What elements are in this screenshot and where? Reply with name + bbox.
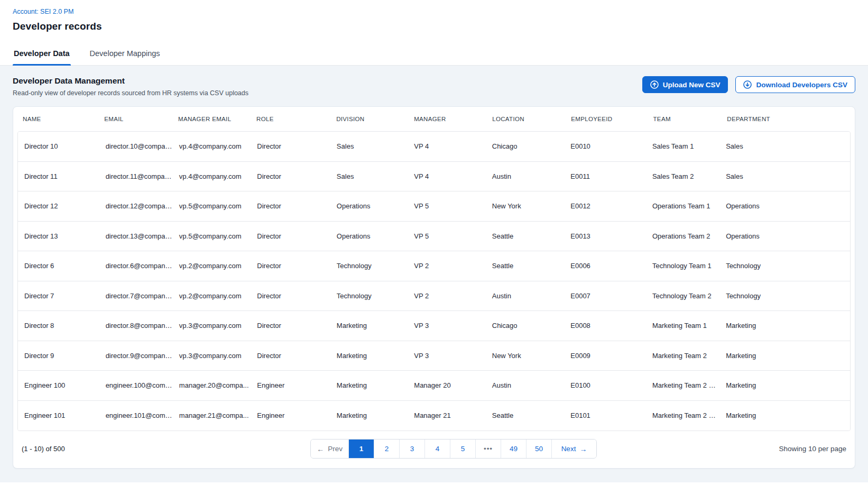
table-cell: Seattle — [491, 411, 570, 419]
table-cell: Technology — [725, 292, 845, 300]
table-row[interactable]: Engineer 100engineer.100@comp...manager.… — [18, 371, 850, 401]
table-cell: engineer.101@comp... — [105, 411, 178, 419]
upload-new-csv-button[interactable]: Upload New CSV — [642, 76, 728, 93]
table-cell: Sales — [725, 142, 845, 150]
pagination-page-3[interactable]: 3 — [400, 440, 425, 458]
column-header: MANAGER EMAIL — [177, 116, 255, 122]
table-row[interactable]: Engineer 101engineer.101@comp...manager.… — [18, 401, 850, 431]
table-cell: director.11@compan... — [105, 172, 178, 180]
table-cell: Director — [256, 262, 336, 270]
column-header: ROLE — [255, 116, 335, 122]
table-cell: Chicago — [491, 322, 570, 330]
column-header: TEAM — [652, 116, 726, 122]
table-cell: Austin — [491, 172, 570, 180]
pagination-page-1[interactable]: 1 — [349, 440, 374, 458]
table-cell: VP 3 — [413, 322, 491, 330]
table-cell: vp.2@company.com — [178, 292, 256, 300]
tab-developer-mappings[interactable]: Developer Mappings — [89, 44, 161, 65]
table-cell: VP 2 — [413, 262, 491, 270]
account-link[interactable]: Account: SEI 2.0 PM — [13, 8, 73, 15]
pagination-page-4[interactable]: 4 — [425, 440, 450, 458]
table-cell: Director — [256, 172, 336, 180]
table-row[interactable]: Director 13director.13@compan...vp.5@com… — [18, 222, 850, 252]
table-row[interactable]: Director 9director.9@company....vp.3@com… — [18, 341, 850, 371]
pagination-page-2[interactable]: 2 — [374, 440, 400, 458]
developer-table: NAMEEMAILMANAGER EMAILROLEDIVISIONMANAGE… — [13, 106, 855, 469]
table-cell: E0101 — [569, 411, 651, 419]
table-cell: Seattle — [491, 262, 570, 270]
column-header: LOCATION — [491, 116, 570, 122]
table-cell: VP 3 — [413, 352, 491, 360]
column-header: MANAGER — [413, 116, 491, 122]
table-row[interactable]: Director 10director.10@compan...vp.4@com… — [18, 132, 850, 162]
table-cell: Director 12 — [23, 202, 105, 210]
table-cell: manager.20@compa... — [178, 381, 256, 389]
pagination-page-5[interactable]: 5 — [450, 440, 476, 458]
section-header: Developer Data Management Read-only view… — [13, 76, 855, 97]
table-cell: manager.21@compa... — [178, 411, 256, 419]
table-cell: E0009 — [569, 352, 651, 360]
table-cell: Sales — [336, 172, 413, 180]
table-cell: Marketing — [725, 381, 845, 389]
tab-developer-data[interactable]: Developer Data — [13, 44, 71, 65]
table-cell: Technology — [336, 262, 413, 270]
table-cell: E0100 — [569, 381, 651, 389]
table-cell: Operations — [336, 202, 413, 210]
table-cell: director.7@company.... — [105, 292, 178, 300]
table-row[interactable]: Director 6director.6@company....vp.2@com… — [18, 251, 850, 281]
table-row[interactable]: Director 7director.7@company....vp.2@com… — [18, 281, 850, 312]
upload-button-label: Upload New CSV — [663, 81, 721, 89]
table-cell: E0007 — [569, 292, 651, 300]
table-cell: New York — [491, 202, 570, 210]
download-button-label: Download Developers CSV — [756, 81, 847, 89]
table-cell: Director — [256, 322, 336, 330]
pagination-page-49[interactable]: 49 — [501, 440, 527, 458]
section-title: Developer Data Management — [13, 76, 248, 86]
table-cell: vp.4@company.com — [178, 172, 256, 180]
pagination: ←Prev12345•••4950Next→ — [310, 439, 597, 459]
table-cell: vp.4@company.com — [178, 142, 256, 150]
column-header: EMPLOYEEID — [570, 116, 652, 122]
section-subtitle: Read-only view of developer records sour… — [13, 89, 248, 97]
table-cell: Director 11 — [23, 172, 105, 180]
per-page-label: Showing 10 per page — [779, 445, 846, 453]
table-cell: vp.3@company.com — [178, 322, 256, 330]
table-cell: E0010 — [569, 142, 651, 150]
section-actions: Upload New CSV Download Developers CSV — [642, 76, 855, 93]
table-cell: vp.5@company.com — [178, 232, 256, 240]
pagination-next-button[interactable]: Next→ — [552, 440, 596, 458]
table-cell: Marketing — [336, 352, 413, 360]
table-cell: Director 7 — [23, 292, 105, 300]
table-cell: Sales — [336, 142, 413, 150]
table-cell: Director 6 — [23, 262, 105, 270]
download-developers-csv-button[interactable]: Download Developers CSV — [735, 76, 855, 93]
prev-arrow-icon: ← — [317, 445, 324, 453]
tab-bar: Developer Data Developer Mappings — [0, 44, 868, 66]
table-cell: Marketing Team 2 Su... — [651, 381, 725, 389]
table-row[interactable]: Director 12director.12@compan...vp.5@com… — [18, 191, 850, 222]
pagination-prev-button[interactable]: ←Prev — [311, 440, 349, 458]
table-cell: E0013 — [569, 232, 651, 240]
table-cell: Marketing Team 1 — [651, 322, 725, 330]
table-header-row: NAMEEMAILMANAGER EMAILROLEDIVISIONMANAGE… — [13, 107, 855, 131]
pagination-page-50[interactable]: 50 — [527, 440, 552, 458]
table-cell: Technology — [725, 262, 845, 270]
table-row[interactable]: Director 8director.8@company....vp.3@com… — [18, 311, 850, 341]
table-cell: Austin — [491, 381, 570, 389]
table-cell: Marketing — [725, 352, 845, 360]
table-cell: Director 10 — [23, 142, 105, 150]
table-cell: Director — [256, 292, 336, 300]
table-cell: director.8@company.... — [105, 322, 178, 330]
table-cell: Austin — [491, 292, 570, 300]
page-header: Account: SEI 2.0 PM Developer records — [0, 0, 868, 32]
column-header: DIVISION — [335, 116, 413, 122]
table-cell: Operations — [336, 232, 413, 240]
table-cell: VP 2 — [413, 292, 491, 300]
table-cell: Director 13 — [23, 232, 105, 240]
table-cell: Operations — [725, 202, 845, 210]
table-cell: Manager 20 — [413, 381, 491, 389]
table-cell: Director — [256, 232, 336, 240]
table-cell: Operations — [725, 232, 845, 240]
table-row[interactable]: Director 11director.11@compan...vp.4@com… — [18, 162, 850, 192]
table-cell: Director 8 — [23, 322, 105, 330]
